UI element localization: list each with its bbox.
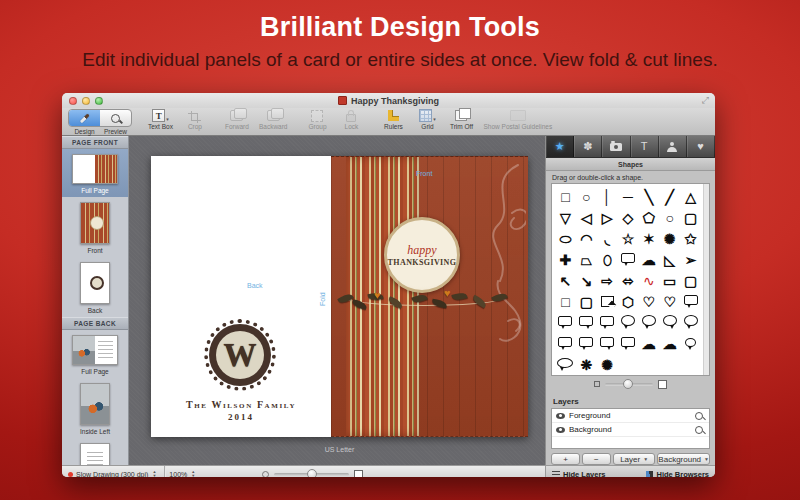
shape-cell[interactable]: ⏢ <box>576 249 597 270</box>
zoom-slider-thumb[interactable] <box>307 469 317 477</box>
shape-cell[interactable] <box>680 312 701 333</box>
close-button[interactable] <box>69 97 77 105</box>
text-box-button[interactable]: ▾ Text Box <box>148 109 173 130</box>
shape-cell[interactable] <box>555 354 576 375</box>
shape-cell[interactable] <box>618 333 639 354</box>
hide-layers-button[interactable]: Hide Layers <box>552 470 606 478</box>
rulers-button[interactable]: Rulers <box>381 109 405 130</box>
shape-cell[interactable] <box>576 333 597 354</box>
tab-shapes[interactable]: ★ <box>546 136 574 157</box>
shape-cell[interactable]: ⬭ <box>555 228 576 249</box>
shape-cell[interactable]: ○ <box>576 186 597 207</box>
size-slider[interactable] <box>605 383 653 386</box>
trim-off-button[interactable]: Trim Off <box>449 109 473 130</box>
shape-cell[interactable]: ✚ <box>555 249 576 270</box>
tab-photos[interactable] <box>602 136 630 157</box>
shape-cell[interactable]: ⬯ <box>597 249 618 270</box>
remove-layer-button[interactable]: − <box>582 453 611 465</box>
shape-cell[interactable]: △ <box>680 186 701 207</box>
shape-cell[interactable]: ─ <box>618 186 639 207</box>
shape-cell[interactable] <box>597 291 618 312</box>
shape-cell[interactable]: ▭ <box>659 270 680 291</box>
shape-cell[interactable]: ◺ <box>659 249 680 270</box>
shape-cell[interactable]: ⬡ <box>618 291 639 312</box>
design-canvas[interactable]: Back W The Wilson Family 2014 Fold <box>129 136 545 465</box>
layer-dropdown[interactable]: Layer▼ <box>613 453 655 465</box>
shape-cell[interactable]: ❋ <box>576 354 597 375</box>
family-name-text[interactable]: The Wilson Family 2014 <box>151 399 331 422</box>
zoom-stepper[interactable] <box>191 470 195 477</box>
shape-cell[interactable]: ☁ <box>638 333 659 354</box>
title-bar[interactable]: Happy Thanksgiving ⤢ <box>62 93 715 108</box>
page-thumb-front[interactable]: Front <box>62 197 128 257</box>
shape-cell[interactable]: ◁ <box>576 207 597 228</box>
shape-cell[interactable]: ╱ <box>659 186 680 207</box>
shape-cell[interactable] <box>576 312 597 333</box>
shape-cell[interactable]: ▢ <box>680 270 701 291</box>
tab-favorites[interactable]: ♥ <box>687 136 715 157</box>
card-spread[interactable]: Back W The Wilson Family 2014 Fold <box>151 156 528 437</box>
shape-cell[interactable]: ♡ <box>638 291 659 312</box>
zoom-slider[interactable] <box>274 473 349 476</box>
tab-clipart[interactable]: ✽ <box>574 136 602 157</box>
shape-cell[interactable]: ✶ <box>638 228 659 249</box>
shape-cell[interactable]: □ <box>555 291 576 312</box>
search-icon[interactable] <box>695 412 703 420</box>
shape-cell[interactable] <box>597 312 618 333</box>
shape-cell[interactable]: ✩ <box>680 228 701 249</box>
tab-contacts[interactable] <box>659 136 687 157</box>
add-layer-button[interactable]: + <box>551 453 580 465</box>
zoom-button[interactable] <box>95 97 103 105</box>
shape-cell[interactable]: ☁ <box>638 249 659 270</box>
shape-cell[interactable]: ✺ <box>659 228 680 249</box>
shape-cell[interactable] <box>618 249 639 270</box>
fullscreen-icon[interactable]: ⤢ <box>702 96 709 105</box>
eye-icon[interactable] <box>556 427 565 433</box>
shape-cell[interactable]: ⬠ <box>638 207 659 228</box>
thanksgiving-badge[interactable]: happy THANKSGIVING <box>384 217 460 293</box>
shape-cell[interactable]: ☁ <box>659 333 680 354</box>
layer-row-foreground[interactable]: Foreground <box>552 409 709 423</box>
shape-cell[interactable]: ☆ <box>618 228 639 249</box>
shape-cell[interactable]: ⬄ <box>618 270 639 291</box>
shape-cell[interactable] <box>555 333 576 354</box>
page-thumb-inside-right[interactable]: Inside Right <box>62 438 128 465</box>
shape-cell[interactable]: ╲ <box>638 186 659 207</box>
shape-cell[interactable] <box>638 312 659 333</box>
page-thumb-inside-left[interactable]: Inside Left <box>62 378 128 438</box>
shape-cell[interactable]: ◇ <box>618 207 639 228</box>
shape-cell[interactable] <box>597 333 618 354</box>
shape-cell[interactable]: ⇨ <box>597 270 618 291</box>
scrollbar[interactable] <box>703 184 709 375</box>
page-thumb-back[interactable]: Back <box>62 257 128 317</box>
page-thumb-full-page[interactable]: Full Page <box>62 330 128 378</box>
shape-cell[interactable]: ◟ <box>597 228 618 249</box>
shape-cell[interactable] <box>680 291 701 312</box>
shape-cell[interactable]: ✺ <box>597 354 618 375</box>
shape-cell[interactable]: ▷ <box>597 207 618 228</box>
shape-cell[interactable]: ↖ <box>555 270 576 291</box>
shape-cell[interactable]: ▢ <box>680 207 701 228</box>
front-panel[interactable]: Front happy THANKSGIVING <box>331 156 528 437</box>
layer-row-background[interactable]: Background <box>552 423 709 437</box>
shape-cell[interactable]: ○ <box>659 207 680 228</box>
size-slider-thumb[interactable] <box>623 379 633 389</box>
drawing-mode-stepper[interactable] <box>152 470 156 477</box>
hide-browsers-button[interactable]: Hide Browsers <box>646 470 709 478</box>
tab-text[interactable]: T <box>631 136 659 157</box>
shape-cell[interactable]: │ <box>597 186 618 207</box>
background-dropdown[interactable]: Background▼ <box>657 453 710 465</box>
monogram-badge[interactable]: W <box>209 324 271 386</box>
shape-cell[interactable] <box>659 312 680 333</box>
search-icon[interactable] <box>695 426 703 434</box>
shape-cell[interactable] <box>618 312 639 333</box>
shape-cell[interactable] <box>555 312 576 333</box>
shape-cell[interactable]: ∿ <box>638 270 659 291</box>
shape-cell[interactable]: ↘ <box>576 270 597 291</box>
shape-cell[interactable]: □ <box>555 186 576 207</box>
shape-cell[interactable]: ➢ <box>680 249 701 270</box>
minimize-button[interactable] <box>82 97 90 105</box>
shape-cell[interactable]: ▢ <box>576 291 597 312</box>
shape-cell[interactable]: ◠ <box>576 228 597 249</box>
shape-cell[interactable] <box>680 333 701 354</box>
